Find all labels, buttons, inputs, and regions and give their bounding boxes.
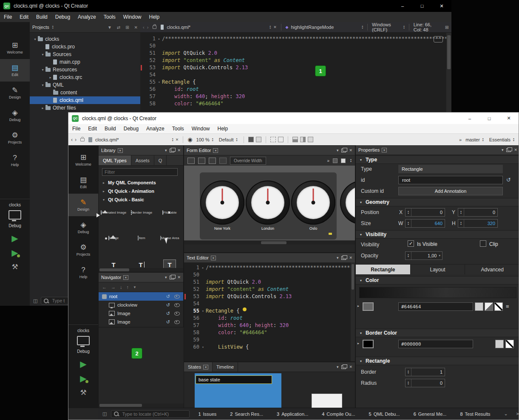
- mode-projects[interactable]: ⚙ Projects: [68, 239, 98, 261]
- output-pane-test-results[interactable]: 8Test Results: [460, 412, 490, 417]
- state-name-field[interactable]: [196, 375, 272, 384]
- close-panel-icon[interactable]: ✕: [177, 275, 181, 279]
- forward-icon[interactable]: ›: [147, 25, 149, 30]
- solid-color-mode-icon[interactable]: [495, 340, 504, 348]
- library-hscrollbar[interactable]: [99, 268, 183, 272]
- bg-locator[interactable]: [41, 297, 69, 304]
- snap-icon[interactable]: [256, 137, 261, 142]
- component-animated-image[interactable]: Animated Image: [100, 211, 127, 214]
- opacity-dropdown-icon[interactable]: ▾: [439, 254, 442, 257]
- minimize-button[interactable]: –: [393, 0, 412, 12]
- frame-icon[interactable]: [270, 137, 276, 142]
- component-border-image[interactable]: Border Image: [128, 211, 155, 214]
- menu-debug[interactable]: Debug: [51, 14, 74, 20]
- gradient-mode-icon[interactable]: [485, 302, 493, 311]
- output-pane-qml-debugger[interactable]: 5QML Debu...: [369, 412, 400, 417]
- panel-menu-icon[interactable]: ▾: [337, 256, 339, 260]
- symbol-selector[interactable]: highlightRangeMode: [291, 25, 334, 30]
- navigator-item-image-1[interactable]: Image ↺: [99, 309, 183, 318]
- close-pane-icon[interactable]: ✕: [134, 25, 138, 30]
- section-visibility[interactable]: ▾Visibility: [356, 230, 519, 239]
- rows-icon[interactable]: [292, 137, 298, 142]
- export-icon[interactable]: ↺: [166, 302, 170, 308]
- move-down-icon[interactable]: ↓: [120, 285, 122, 290]
- console-icon[interactable]: >_: [516, 412, 519, 416]
- component-mouse-area[interactable]: Mouse Area: [156, 236, 183, 240]
- border-color-hex-input[interactable]: #000000: [398, 340, 473, 348]
- kit-selector[interactable]: clocks Debug: [68, 324, 98, 354]
- columns-icon[interactable]: [300, 137, 306, 142]
- debug-run-button[interactable]: ▶: [11, 248, 18, 257]
- style-selector[interactable]: Default ▴▾: [217, 135, 239, 144]
- menu-edit[interactable]: Edit: [16, 14, 32, 20]
- color-expander-icon[interactable]: ▸: [357, 304, 359, 308]
- transparent-mode-icon[interactable]: [494, 302, 503, 311]
- toggle-left-sidebar-icon[interactable]: ◫: [102, 411, 107, 417]
- clock-partial[interactable]: [340, 180, 355, 225]
- run-button[interactable]: ▶: [80, 360, 86, 368]
- move-left-icon[interactable]: ←: [102, 285, 107, 290]
- menu-help[interactable]: Help: [145, 14, 164, 20]
- refactor-lightbulb-icon[interactable]: [243, 307, 247, 311]
- mode-design[interactable]: ✎ Design: [0, 82, 30, 104]
- clock-london[interactable]: [246, 180, 290, 225]
- panel-menu-icon[interactable]: ▾: [337, 148, 339, 152]
- navigator-item-clockview[interactable]: clockview ↺: [99, 301, 183, 309]
- minimize-button[interactable]: –: [460, 113, 479, 124]
- is-visible-checkbox[interactable]: ✓: [408, 240, 414, 247]
- mode-edit[interactable]: ▤ Edit: [0, 59, 30, 82]
- detach-panel-icon[interactable]: [341, 149, 346, 152]
- menu-file[interactable]: File: [68, 126, 84, 132]
- zoom-selector[interactable]: 100 % ▴▾: [195, 135, 215, 144]
- export-icon[interactable]: ↺: [166, 294, 170, 299]
- stepper-icon[interactable]: ▴▾: [406, 209, 411, 216]
- panel-tab-close-icon[interactable]: ✕: [203, 365, 208, 369]
- tab-layout[interactable]: Layout: [411, 264, 465, 274]
- y-spinbox[interactable]: ▴▾ 0: [458, 208, 498, 217]
- snap-grid-icon[interactable]: [209, 158, 216, 164]
- document-combo-icon[interactable]: ▴▾: [269, 25, 271, 29]
- tab-assets[interactable]: Assets: [131, 155, 154, 165]
- panel-tab-close-icon[interactable]: ✕: [118, 148, 123, 153]
- menu-build[interactable]: Build: [32, 14, 51, 20]
- output-pane-general[interactable]: 6General Me...: [414, 412, 447, 417]
- base-state-tile[interactable]: [195, 373, 281, 408]
- stepper-icon[interactable]: ▴▾: [406, 368, 411, 376]
- stepper-icon[interactable]: ▴▾: [406, 252, 411, 259]
- border-color-swatch[interactable]: [363, 340, 374, 348]
- detach-panel-icon[interactable]: [341, 365, 346, 369]
- scrollbar-thumb[interactable]: [447, 35, 451, 69]
- tree-item-other-files[interactable]: ▸ Other files: [30, 104, 140, 112]
- tree-item-clocks-qml[interactable]: clocks.qml: [30, 96, 140, 104]
- mode-welcome[interactable]: ⊞ Welcome: [0, 37, 30, 59]
- canvas-dark-icon[interactable]: [333, 158, 337, 163]
- output-pane-search[interactable]: 2Search Res...: [230, 412, 263, 417]
- analyze-button[interactable]: ⚒: [11, 263, 18, 271]
- mode-projects[interactable]: ⚙ Projects: [0, 127, 30, 149]
- detach-panel-icon[interactable]: [341, 256, 346, 260]
- locator-input[interactable]: [51, 298, 67, 304]
- color-gradient-bar[interactable]: [359, 287, 516, 298]
- visibility-eye-icon[interactable]: [174, 295, 180, 299]
- visibility-eye-icon[interactable]: [174, 303, 180, 307]
- tree-item-sources[interactable]: ▾ Sources: [30, 51, 140, 58]
- pane-overflow-icon[interactable]: ⌄: [504, 411, 508, 417]
- run-button[interactable]: ▶: [11, 234, 18, 242]
- width-spinbox[interactable]: ▴▾ 640: [405, 219, 445, 228]
- debug-run-button[interactable]: ▶: [80, 374, 86, 383]
- tab-states[interactable]: States ✕: [184, 362, 213, 372]
- group-qt-quick-basic[interactable]: ▾Qt Quick - Basic: [99, 195, 183, 204]
- show-bounds-icon[interactable]: [248, 137, 254, 142]
- close-panel-icon[interactable]: ✕: [349, 148, 352, 152]
- encoding-combo-icon[interactable]: ▴▾: [403, 25, 405, 29]
- add-annotation-button[interactable]: Add Annotation: [398, 187, 503, 195]
- menu-file[interactable]: File: [0, 14, 16, 20]
- menu-edit[interactable]: Edit: [84, 126, 101, 132]
- menu-window[interactable]: Window: [188, 126, 214, 132]
- mode-edit[interactable]: ▤ Edit: [68, 171, 98, 194]
- form-hscrollbar[interactable]: [184, 241, 355, 245]
- group-my-qml-components[interactable]: ▸My QML Components: [99, 178, 183, 187]
- opacity-spinbox[interactable]: ▴▾ 1,00 ▾: [405, 251, 442, 260]
- fg-code-editor[interactable]: 1▸/*************************************…: [184, 262, 355, 361]
- run-preview-icon[interactable]: ◉: [187, 136, 192, 143]
